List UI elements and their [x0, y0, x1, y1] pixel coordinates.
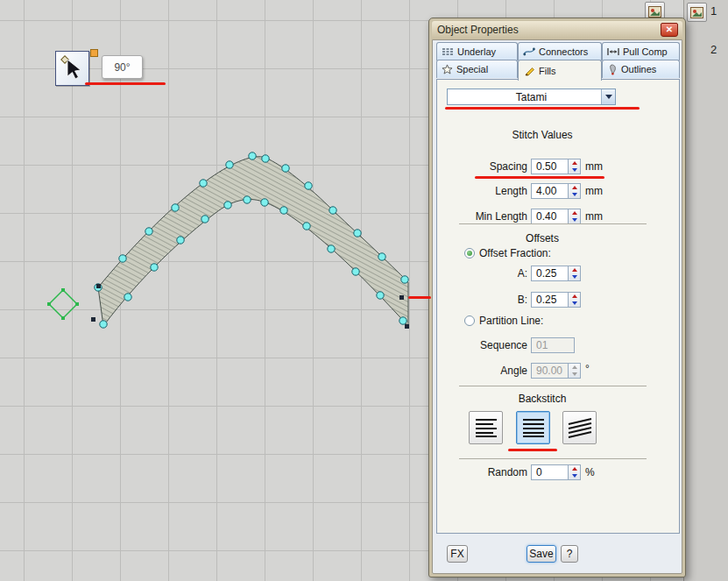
partition-line-radio[interactable]	[464, 315, 475, 326]
offset-fraction-radio[interactable]	[464, 248, 475, 259]
reshape-tool-button[interactable]	[55, 51, 89, 86]
min-length-label: Min Length	[437, 209, 527, 224]
sequence-value: 01	[536, 339, 548, 351]
backstitch-standard-button[interactable]	[469, 411, 503, 444]
random-input[interactable]: 0	[531, 464, 581, 480]
spacing-spinner[interactable]	[568, 159, 580, 174]
spinner-up-icon	[572, 365, 577, 369]
backstitch-borderline-icon	[521, 417, 546, 438]
design-canvas[interactable]: 90° 1 2 Object Properties ✕	[0, 0, 728, 581]
tab-fills[interactable]: Fills	[518, 60, 602, 81]
special-star-icon	[442, 64, 453, 74]
tab-connectors-label: Connectors	[539, 46, 588, 57]
close-icon: ✕	[666, 25, 673, 34]
rotation-handle[interactable]	[47, 288, 79, 320]
spinner-up-icon[interactable]	[572, 467, 577, 471]
offset-a-label: A:	[437, 266, 527, 281]
reshape-cursor-icon	[56, 52, 87, 83]
spacing-value: 0.50	[536, 160, 556, 173]
tab-outlines-label: Outlines	[621, 64, 656, 74]
tab-outlines[interactable]: Outlines	[602, 60, 680, 78]
spinner-up-icon[interactable]	[572, 268, 577, 272]
length-spinner[interactable]	[568, 184, 580, 198]
angle-tooltip: 90°	[102, 55, 143, 79]
offset-a-spinner[interactable]	[568, 266, 580, 280]
spinner-down-icon	[572, 372, 577, 376]
help-button[interactable]: ?	[561, 545, 578, 563]
min-length-input[interactable]: 0.40	[531, 209, 581, 224]
spinner-down-icon[interactable]	[572, 218, 577, 222]
partition-angle-value: 90.00	[536, 365, 562, 377]
length-input[interactable]: 4.00	[531, 183, 581, 199]
offsets-heading: Offsets	[437, 232, 647, 244]
spinner-up-icon[interactable]	[572, 186, 577, 189]
backstitch-heading: Backstitch	[437, 393, 647, 405]
chevron-down-icon	[605, 95, 612, 99]
annotation-dash-object	[408, 296, 431, 299]
length-label: Length	[437, 183, 527, 199]
partition-angle-unit: °	[585, 361, 590, 377]
spinner-up-icon[interactable]	[572, 161, 577, 165]
spinner-up-icon[interactable]	[572, 211, 577, 215]
embroidery-object[interactable]	[98, 157, 408, 326]
dialog-titlebar[interactable]: Object Properties	[432, 21, 682, 39]
offset-b-label: B:	[437, 292, 527, 308]
pull-comp-icon	[607, 46, 619, 57]
tab-connectors[interactable]: Connectors	[518, 42, 602, 60]
combobox-dropdown-button[interactable]	[601, 89, 615, 104]
tab-pull-comp[interactable]: Pull Comp	[602, 42, 680, 60]
partition-line-label: Partition Line:	[479, 315, 543, 327]
spinner-down-icon[interactable]	[572, 474, 577, 478]
offset-a-input[interactable]: 0.25	[531, 266, 581, 281]
tab-underlay[interactable]: Underlay	[436, 42, 518, 60]
backstitch-standard-icon	[474, 417, 498, 438]
spinner-down-icon[interactable]	[572, 275, 577, 279]
object-properties-dialog: Object Properties ✕ Underlay Connectors …	[428, 18, 686, 577]
spacing-unit: mm	[585, 159, 603, 174]
tab-special[interactable]: Special	[436, 60, 518, 78]
annotation-underline-backstitch	[508, 449, 557, 451]
end-markers	[91, 284, 409, 329]
dialog-title: Object Properties	[437, 24, 519, 36]
random-unit: %	[585, 464, 595, 480]
spinner-up-icon[interactable]	[572, 294, 577, 298]
min-length-spinner[interactable]	[568, 209, 580, 223]
backstitch-diagonal-button[interactable]	[562, 411, 597, 444]
fill-type-combobox[interactable]: Tatami	[447, 89, 616, 105]
partition-angle-spinner	[568, 364, 580, 378]
spinner-down-icon[interactable]	[572, 301, 577, 305]
random-value: 0	[536, 466, 542, 478]
sequence-input: 01	[531, 337, 575, 353]
save-button[interactable]: Save	[527, 545, 556, 563]
anchor-point-marker	[90, 49, 98, 57]
backstitch-diagonal-icon	[568, 417, 592, 438]
spacing-label: Spacing	[437, 159, 527, 174]
angle-tooltip-label: 90°	[114, 61, 130, 74]
tab-special-label: Special	[456, 64, 488, 74]
offset-b-value: 0.25	[536, 294, 556, 306]
fx-button[interactable]: FX	[447, 545, 468, 563]
offset-a-value: 0.25	[536, 267, 556, 280]
annotation-underline-angle	[85, 82, 166, 85]
spinner-down-icon[interactable]	[572, 168, 577, 172]
partition-angle-input: 90.00	[531, 363, 581, 379]
backstitch-borderline-button[interactable]	[516, 411, 550, 444]
separator	[459, 223, 647, 224]
random-label: Random	[437, 464, 527, 480]
underlay-icon	[442, 46, 454, 57]
fill-type-value: Tatami	[516, 91, 547, 103]
sequence-label: Sequence	[437, 337, 527, 353]
spinner-down-icon[interactable]	[572, 193, 577, 196]
spacing-input[interactable]: 0.50	[531, 159, 581, 174]
min-length-unit: mm	[585, 209, 603, 224]
fills-pencil-icon	[523, 65, 535, 76]
close-button[interactable]: ✕	[661, 23, 678, 37]
random-spinner[interactable]	[568, 465, 580, 479]
offset-b-spinner[interactable]	[568, 293, 580, 307]
tab-underlay-label: Underlay	[457, 46, 496, 57]
tab-pull-comp-label: Pull Comp	[623, 46, 668, 57]
offset-b-input[interactable]: 0.25	[531, 292, 581, 308]
min-length-value: 0.40	[536, 210, 556, 223]
length-unit: mm	[585, 183, 603, 199]
offset-fraction-label: Offset Fraction:	[479, 247, 551, 259]
